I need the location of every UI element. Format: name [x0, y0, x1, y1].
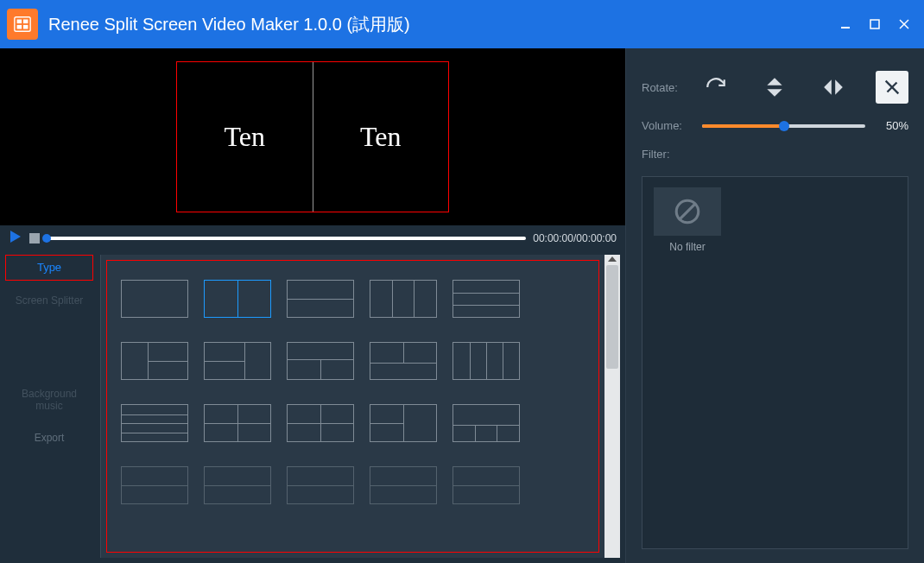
template-area — [100, 255, 620, 558]
side-tabs: Type Screen Splitter Background music Ex… — [5, 255, 93, 558]
stop-button[interactable] — [29, 233, 40, 244]
play-button[interactable] — [9, 230, 22, 247]
rotate-icons — [699, 71, 908, 104]
no-filter-icon — [654, 187, 721, 236]
filter-label: Filter: — [642, 148, 908, 161]
window-controls — [832, 11, 917, 37]
template-extra-5[interactable] — [453, 466, 520, 504]
template-left-split3[interactable] — [370, 404, 437, 442]
template-extra-2[interactable] — [204, 466, 271, 504]
template-extra-1[interactable] — [121, 466, 188, 504]
scroll-thumb[interactable] — [606, 265, 618, 369]
template-3x1-h[interactable] — [453, 280, 520, 318]
app-title: Renee Split Screen Video Maker 1.0.0 (試用… — [48, 13, 822, 36]
svg-line-15 — [679, 203, 696, 220]
filter-panel: No filter — [642, 176, 908, 549]
template-grid-container — [106, 260, 599, 553]
template-top-wide[interactable] — [287, 342, 354, 380]
svg-rect-4 — [23, 25, 28, 29]
flip-horizontal-button[interactable] — [817, 71, 850, 104]
svg-marker-10 — [767, 78, 782, 85]
tab-icon-2[interactable] — [5, 351, 93, 374]
svg-rect-3 — [17, 25, 22, 29]
preview-area: Ten Ten — [0, 48, 625, 225]
volume-label: Volume: — [642, 119, 692, 132]
template-right-tall[interactable] — [204, 342, 271, 380]
svg-rect-6 — [870, 20, 879, 28]
template-1x2-v[interactable] — [204, 280, 271, 318]
app-window: Renee Split Screen Video Maker 1.0.0 (試用… — [0, 0, 924, 563]
template-bottom-wide[interactable] — [370, 342, 437, 380]
close-button[interactable] — [891, 11, 917, 37]
right-panel: Rotate: Volume: — [625, 48, 924, 563]
volume-slider[interactable] — [702, 124, 865, 128]
template-2x1-h[interactable] — [287, 280, 354, 318]
template-2x2[interactable] — [204, 404, 271, 442]
rotate-label: Rotate: — [642, 81, 689, 94]
app-body: Ten Ten 00:00:00/00:00:00 Type Screen Sp… — [0, 48, 924, 563]
tab-type[interactable]: Type — [5, 255, 93, 281]
volume-fill — [702, 124, 784, 128]
scroll-up-icon[interactable] — [608, 256, 617, 262]
timecode: 00:00:00/00:00:00 — [533, 232, 617, 244]
template-extra-4[interactable] — [370, 466, 437, 504]
svg-rect-2 — [23, 20, 28, 24]
svg-marker-12 — [824, 79, 832, 94]
preview-split-container[interactable]: Ten Ten — [176, 61, 449, 212]
seek-thumb[interactable] — [42, 234, 51, 243]
template-4x1-h[interactable] — [121, 404, 188, 442]
titlebar: Renee Split Screen Video Maker 1.0.0 (試用… — [0, 0, 924, 48]
template-bottom-3[interactable] — [453, 404, 520, 442]
svg-marker-11 — [767, 89, 782, 97]
lower-panel: Type Screen Splitter Background music Ex… — [0, 251, 625, 563]
preview-pane-2[interactable]: Ten — [313, 62, 449, 212]
tab-bg-music[interactable]: Background music — [5, 383, 93, 418]
rotate-row: Rotate: — [642, 71, 908, 104]
flip-vertical-button[interactable] — [758, 71, 791, 104]
svg-marker-13 — [835, 79, 843, 94]
app-logo-icon — [7, 9, 38, 40]
tab-screen-splitter[interactable]: Screen Splitter — [5, 289, 93, 312]
minimize-button[interactable] — [832, 11, 858, 37]
playback-bar: 00:00:00/00:00:00 — [0, 225, 625, 251]
svg-rect-0 — [15, 17, 30, 32]
svg-marker-9 — [10, 231, 21, 243]
volume-row: Volume: 50% — [642, 119, 908, 132]
filter-none-item[interactable]: No filter — [653, 187, 722, 538]
template-1x4-v[interactable] — [453, 342, 520, 380]
svg-rect-1 — [17, 20, 22, 24]
crop-button[interactable] — [876, 71, 908, 104]
template-extra-3[interactable] — [287, 466, 354, 504]
maximize-button[interactable] — [862, 11, 888, 37]
template-top-split3[interactable] — [287, 404, 354, 442]
filter-none-label: No filter — [669, 241, 705, 253]
left-column: Ten Ten 00:00:00/00:00:00 Type Screen Sp… — [0, 48, 625, 563]
seek-bar[interactable] — [47, 237, 526, 240]
rotate-cw-button[interactable] — [699, 71, 732, 104]
volume-slider-wrap: 50% — [702, 119, 908, 132]
template-1x3-v[interactable] — [370, 280, 437, 318]
template-1x1[interactable] — [121, 280, 188, 318]
preview-pane-1[interactable]: Ten — [177, 62, 313, 212]
template-grid — [114, 269, 592, 539]
template-scrollbar[interactable] — [604, 255, 620, 558]
tab-icon-1[interactable] — [5, 320, 93, 343]
tab-export[interactable]: Export — [5, 427, 93, 449]
volume-value: 50% — [874, 119, 908, 132]
template-left-tall[interactable] — [121, 342, 188, 380]
volume-thumb[interactable] — [779, 121, 789, 131]
